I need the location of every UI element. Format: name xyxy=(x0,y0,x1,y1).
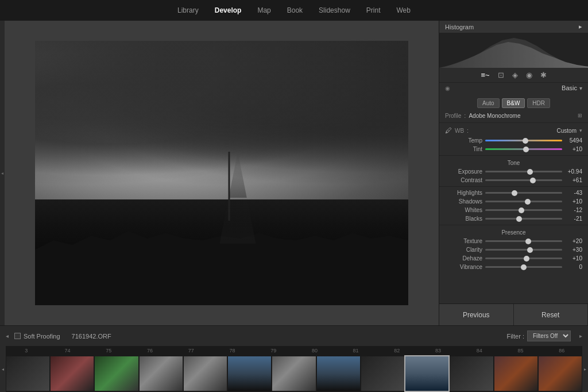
nav-print[interactable]: Print xyxy=(361,4,386,17)
tint-slider-thumb[interactable] xyxy=(523,147,529,152)
healing-tool-icon[interactable]: ◈ xyxy=(512,71,518,79)
clarity-slider-track[interactable] xyxy=(485,249,562,251)
tone-section-title: Tone xyxy=(439,157,588,167)
film-num-5: 78 xyxy=(212,346,253,355)
divider-2 xyxy=(439,155,588,156)
texture-slider-row: Texture +20 xyxy=(439,237,588,245)
temp-slider-track[interactable] xyxy=(485,140,562,141)
nav-web[interactable]: Web xyxy=(391,4,416,17)
blacks-value: -21 xyxy=(565,216,582,222)
tower-element xyxy=(229,152,230,221)
bw-button[interactable]: B&W xyxy=(502,98,525,108)
film-thumb-2[interactable] xyxy=(95,356,138,391)
film-thumbs-row xyxy=(6,355,582,392)
soft-proofing-label: Soft Proofing xyxy=(24,333,60,340)
nav-map[interactable]: Map xyxy=(252,4,276,17)
auto-button[interactable]: Auto xyxy=(477,98,500,108)
eyedropper-icon[interactable]: 🖊 xyxy=(445,126,452,134)
film-number-bar: 3 74 75 76 77 78 79 80 81 82 83 84 85 86 xyxy=(6,346,582,355)
contrast-slider-thumb[interactable] xyxy=(530,178,536,183)
whites-slider-track[interactable] xyxy=(485,209,562,211)
filmstrip-left-arrow[interactable]: ◂ xyxy=(0,346,6,392)
blacks-slider-track[interactable] xyxy=(485,218,562,220)
exposure-slider-row: Exposure +0.94 xyxy=(439,167,588,176)
eye-toggle-icon[interactable]: ◉ xyxy=(445,85,450,91)
filename-label: 7161942.ORF xyxy=(72,333,111,340)
film-num-3: 76 xyxy=(129,346,171,355)
whites-slider-row: Whites -12 xyxy=(439,206,588,214)
hdr-button[interactable]: HDR xyxy=(527,98,550,108)
right-panel-arrow[interactable]: ▸ xyxy=(579,333,582,339)
clarity-slider-thumb[interactable] xyxy=(527,247,533,253)
film-thumb-9[interactable] xyxy=(405,356,448,391)
clarity-slider-row: Clarity +30 xyxy=(439,245,588,254)
settings-tool-icon[interactable]: ✱ xyxy=(540,71,547,79)
left-panel-arrow[interactable]: ◂ xyxy=(6,333,9,339)
prev-reset-bar: Previous Reset xyxy=(439,303,588,325)
previous-button[interactable]: Previous xyxy=(439,304,514,325)
profile-grid-icon[interactable]: ⊞ xyxy=(578,113,582,118)
profile-value[interactable]: Adobe Monochrome xyxy=(469,113,575,119)
eye-tool-icon[interactable]: ◉ xyxy=(526,71,532,79)
film-thumb-0[interactable] xyxy=(6,356,49,391)
filter-select[interactable]: Filters Off xyxy=(527,330,571,341)
highlights-slider-thumb[interactable] xyxy=(512,190,517,196)
histogram-expand-icon[interactable]: ▸ xyxy=(579,23,582,30)
exposure-slider-track[interactable] xyxy=(485,171,562,172)
left-panel-toggle[interactable]: ◂ xyxy=(0,21,5,325)
film-thumb-6[interactable] xyxy=(272,356,315,391)
blacks-slider-row: Blacks -21 xyxy=(439,214,588,223)
exposure-slider-thumb[interactable] xyxy=(527,169,533,175)
contrast-value: +61 xyxy=(565,177,582,183)
film-thumb-4[interactable] xyxy=(184,356,227,391)
basic-tool-icon[interactable]: ≡~ xyxy=(481,71,489,79)
basic-panel-dropdown-icon[interactable]: ▾ xyxy=(579,85,582,91)
image-container xyxy=(5,21,439,325)
shadows-slider-row: Shadows +10 xyxy=(439,197,588,206)
soft-proofing-checkbox[interactable] xyxy=(14,333,21,339)
blacks-label: Blacks xyxy=(445,216,482,222)
texture-slider-track[interactable] xyxy=(485,240,562,242)
tint-slider-track[interactable] xyxy=(485,148,562,150)
highlights-slider-track[interactable] xyxy=(485,192,562,194)
temp-slider-thumb[interactable] xyxy=(523,138,528,144)
wb-dropdown-icon[interactable]: ▾ xyxy=(579,128,582,133)
whites-slider-thumb[interactable] xyxy=(519,207,524,213)
bottom-bar: ◂ Soft Proofing 7161942.ORF Filter : Fil… xyxy=(0,325,588,346)
tint-value: +10 xyxy=(565,146,582,152)
dehaze-slider-thumb[interactable] xyxy=(524,256,529,262)
film-thumb-8[interactable] xyxy=(361,356,404,391)
vibrance-value: 0 xyxy=(565,264,582,270)
center-panel xyxy=(5,21,439,325)
film-thumb-7[interactable] xyxy=(317,356,360,391)
film-thumb-10[interactable] xyxy=(450,356,493,391)
texture-slider-thumb[interactable] xyxy=(525,239,531,244)
shadows-slider-thumb[interactable] xyxy=(525,199,531,205)
film-thumb-12[interactable] xyxy=(539,356,582,391)
contrast-slider-track[interactable] xyxy=(485,179,562,181)
nav-slideshow[interactable]: Slideshow xyxy=(313,4,356,17)
shadows-slider-track[interactable] xyxy=(485,201,562,202)
highlights-label: Highlights xyxy=(445,190,482,196)
vibrance-slider-thumb[interactable] xyxy=(521,264,527,270)
dehaze-slider-track[interactable] xyxy=(485,258,562,259)
wb-value[interactable]: Custom xyxy=(557,128,577,134)
film-thumb-3[interactable] xyxy=(140,356,183,391)
nav-develop[interactable]: Develop xyxy=(209,4,247,17)
film-thumb-11[interactable] xyxy=(494,356,537,391)
crop-tool-icon[interactable]: ⊡ xyxy=(498,71,504,79)
blacks-slider-thumb[interactable] xyxy=(516,216,522,222)
contrast-label: Contrast xyxy=(445,177,482,183)
film-num-7: 80 xyxy=(294,346,335,355)
histogram-label: Histogram xyxy=(445,24,474,30)
nav-library[interactable]: Library xyxy=(172,4,204,17)
vibrance-slider-track[interactable] xyxy=(485,266,562,268)
filmstrip-right-arrow[interactable]: ▸ xyxy=(582,346,588,392)
film-thumb-1[interactable] xyxy=(51,356,94,391)
tint-label: Tint xyxy=(445,146,482,152)
tint-slider-row: Tint +10 xyxy=(439,145,588,153)
reset-button[interactable]: Reset xyxy=(514,304,589,325)
film-num-1: 74 xyxy=(47,346,88,355)
film-thumb-5[interactable] xyxy=(228,356,271,391)
nav-book[interactable]: Book xyxy=(281,4,308,17)
